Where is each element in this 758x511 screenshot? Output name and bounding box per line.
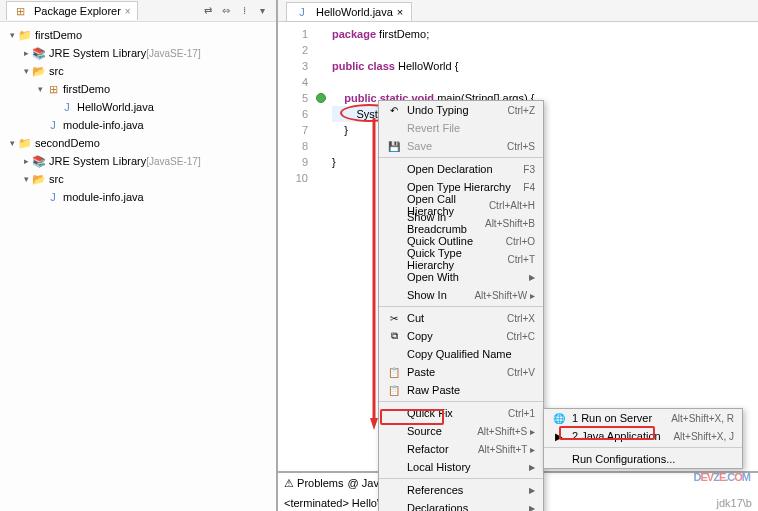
close-icon[interactable]: ×	[125, 6, 131, 17]
java-icon: J	[60, 100, 74, 114]
menu-icon	[387, 460, 401, 474]
menu-item-revert-file[interactable]: Revert File	[379, 119, 543, 137]
menu-icon	[387, 234, 401, 248]
menu-icon	[387, 180, 401, 194]
menu-icon	[387, 288, 401, 302]
src-icon: 📂	[32, 64, 46, 78]
java-icon: J	[46, 190, 60, 204]
menu-item-copy[interactable]: ⧉CopyCtrl+C	[379, 327, 543, 345]
tree-item[interactable]: ▸📚JRE System Library [JavaSE-17]	[2, 44, 274, 62]
run-configurations[interactable]: Run Configurations...	[544, 450, 742, 468]
proj-icon: 📁	[18, 28, 32, 42]
context-menu[interactable]: ↶Undo TypingCtrl+ZRevert File💾SaveCtrl+S…	[378, 100, 544, 511]
run-marker-icon[interactable]	[316, 93, 326, 103]
tree-item[interactable]: ▾📁secondDemo	[2, 134, 274, 152]
menu-icon	[387, 347, 401, 361]
tree-item[interactable]: ▾📂src	[2, 62, 274, 80]
menu-icon	[387, 406, 401, 420]
terminated-label: <terminated> HelloW	[284, 497, 387, 509]
menu-icon	[387, 162, 401, 176]
menu-item-local-history[interactable]: Local History▶	[379, 458, 543, 476]
submenu-item[interactable]: 🌐1 Run on ServerAlt+Shift+X, R	[544, 409, 742, 427]
tree-item[interactable]: Jmodule-info.java	[2, 116, 274, 134]
tree-item[interactable]: Jmodule-info.java	[2, 188, 274, 206]
menu-item-open-with[interactable]: Open With▶	[379, 268, 543, 286]
lib-icon: 📚	[32, 46, 46, 60]
menu-icon: 💾	[387, 139, 401, 153]
menu-item-raw-paste[interactable]: 📋Raw Paste	[379, 381, 543, 399]
menu-item-references[interactable]: References▶	[379, 481, 543, 499]
javadoc-tab[interactable]: @ Jav	[348, 477, 379, 489]
menu-icon: ⧉	[387, 329, 401, 343]
menu-icon	[387, 121, 401, 135]
menu-item-undo-typing[interactable]: ↶Undo TypingCtrl+Z	[379, 101, 543, 119]
lib-icon: 📚	[32, 154, 46, 168]
menu-icon	[387, 198, 401, 212]
menu-icon: 📋	[387, 365, 401, 379]
java-file-icon: J	[295, 5, 309, 19]
line-number-gutter: 12345678910	[278, 22, 314, 511]
view-menu-icon[interactable]: ▾	[254, 3, 270, 19]
package-explorer-toolbar: ⇄ ⇔ ⁞ ▾	[200, 3, 270, 19]
menu-item-show-in[interactable]: Show InAlt+Shift+W ▸	[379, 286, 543, 304]
java-icon: J	[46, 118, 60, 132]
package-explorer-title: Package Explorer	[34, 5, 121, 17]
proj-icon: 📁	[18, 136, 32, 150]
menu-icon	[387, 424, 401, 438]
close-icon[interactable]: ×	[397, 6, 403, 18]
menu-icon	[387, 442, 401, 456]
menu-item-quick-type-hierarchy[interactable]: Quick Type HierarchyCtrl+T	[379, 250, 543, 268]
tree-item[interactable]: ▾📂src	[2, 170, 274, 188]
tree-item[interactable]: JHelloWorld.java	[2, 98, 274, 116]
menu-icon	[387, 252, 401, 266]
filter-icon[interactable]: ⁞	[236, 3, 252, 19]
menu-item-quick-fix[interactable]: Quick FixCtrl+1	[379, 404, 543, 422]
menu-item-cut[interactable]: ✂CutCtrl+X	[379, 309, 543, 327]
submenu-item[interactable]: ▶2 Java ApplicationAlt+Shift+X, J	[544, 427, 742, 445]
run-as-submenu[interactable]: 🌐1 Run on ServerAlt+Shift+X, R▶2 Java Ap…	[543, 408, 743, 469]
link-editor-icon[interactable]: ⇔	[218, 3, 234, 19]
editor-tab-bar: J HelloWorld.java ×	[278, 0, 758, 22]
problems-tab[interactable]: ⚠ Problems	[284, 477, 344, 490]
tree-item[interactable]: ▸📚JRE System Library [JavaSE-17]	[2, 152, 274, 170]
package-icon: ⊞	[13, 4, 27, 18]
menu-icon	[387, 216, 401, 230]
menu-item-save[interactable]: 💾SaveCtrl+S	[379, 137, 543, 155]
menu-item-open-declaration[interactable]: Open DeclarationF3	[379, 160, 543, 178]
menu-item-refactor[interactable]: RefactorAlt+Shift+T ▸	[379, 440, 543, 458]
menu-item-source[interactable]: SourceAlt+Shift+S ▸	[379, 422, 543, 440]
tree-item[interactable]: ▾📁firstDemo	[2, 26, 274, 44]
menu-icon: 📋	[387, 383, 401, 397]
menu-item-paste[interactable]: 📋PasteCtrl+V	[379, 363, 543, 381]
tree-item[interactable]: ▾⊞firstDemo	[2, 80, 274, 98]
menu-icon	[387, 270, 401, 284]
menu-icon: ✂	[387, 311, 401, 325]
menu-item-copy-qualified-name[interactable]: Copy Qualified Name	[379, 345, 543, 363]
collapse-icon[interactable]: ⇄	[200, 3, 216, 19]
jdk-path-fragment: jdk17\b	[717, 497, 752, 509]
menu-item-declarations[interactable]: Declarations▶	[379, 499, 543, 511]
editor-tab[interactable]: J HelloWorld.java ×	[286, 2, 412, 21]
package-explorer-header: ⊞ Package Explorer × ⇄ ⇔ ⁞ ▾	[0, 0, 276, 22]
marker-column	[314, 22, 328, 511]
menu-icon: ↶	[387, 103, 401, 117]
editor-tab-title: HelloWorld.java	[316, 6, 393, 18]
src-icon: 📂	[32, 172, 46, 186]
pkg-icon: ⊞	[46, 82, 60, 96]
menu-icon	[387, 483, 401, 497]
package-explorer-tab[interactable]: ⊞ Package Explorer ×	[6, 1, 138, 20]
menu-item-show-in-breadcrumb[interactable]: Show in BreadcrumbAlt+Shift+B	[379, 214, 543, 232]
menu-icon	[387, 501, 401, 511]
project-tree[interactable]: ▾📁firstDemo▸📚JRE System Library [JavaSE-…	[0, 22, 276, 511]
